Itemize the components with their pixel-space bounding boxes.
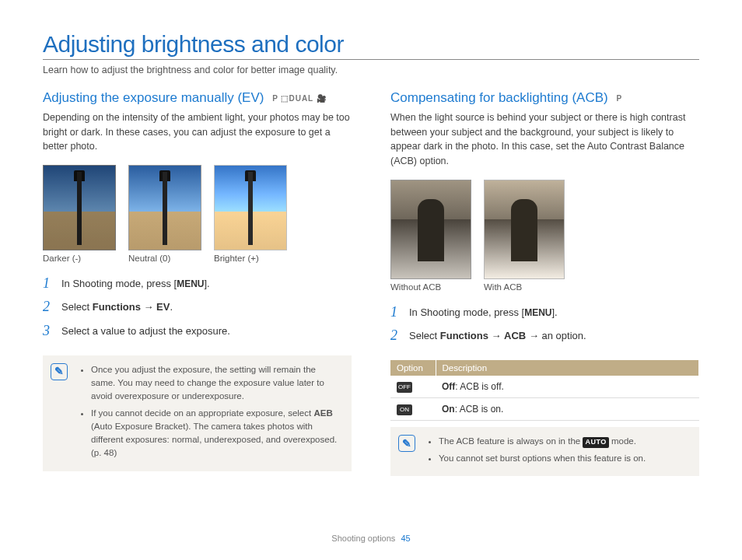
th-option: Option <box>390 360 436 376</box>
on-desc: : ACB is on. <box>455 404 504 415</box>
caption-neutral: Neutral (0) <box>128 254 201 263</box>
step-text: . <box>170 301 173 313</box>
note-text: If you cannot decide on an appropriate e… <box>91 408 313 418</box>
acb-examples-row: Without ACB With ACB <box>390 180 699 292</box>
off-label: Off <box>442 381 455 392</box>
acb-steps: In Shooting mode, press [MENU]. Select F… <box>390 301 699 348</box>
acb-on-icon: ON <box>397 404 412 415</box>
caption-with-acb: With ACB <box>484 282 565 292</box>
menu-button-label: MENU <box>524 307 551 318</box>
exposure-examples-row: Darker (-) Neutral (0) Brighter (+) <box>43 165 352 263</box>
auto-mode-badge: AUTO <box>583 437 608 448</box>
acb-off-icon: OFF <box>397 382 412 393</box>
acb-options-table: Option Description OFF Off: ACB is off. … <box>390 360 699 421</box>
acb-note-2: You cannot set burst options when this f… <box>439 452 688 465</box>
ev-note-1: Once you adjust the exposure, the settin… <box>91 363 341 404</box>
ev-step-3: Select a value to adjust the exposure. <box>43 320 352 343</box>
acb-step-2: Select Functions → ACB → an option. <box>390 324 699 348</box>
ev-note-list: Once you adjust the exposure, the settin… <box>79 363 341 460</box>
acb-label: ACB <box>504 330 526 341</box>
table-row: ON On: ACB is on. <box>390 398 699 421</box>
functions-label: Functions <box>440 330 488 341</box>
note-icon: ✎ <box>51 363 68 380</box>
section-heading-acb-text: Compensating for backlighting (ACB) <box>390 90 608 105</box>
menu-button-label: MENU <box>177 278 204 289</box>
off-desc: : ACB is off. <box>455 381 503 392</box>
thumb-brighter <box>214 165 287 250</box>
mode-icons-acb: P <box>616 93 622 104</box>
ev-note-box: ✎ Once you adjust the exposure, the sett… <box>43 355 352 471</box>
section-heading-ev: Adjusting the exposure manually (EV) P ⬚… <box>43 89 352 107</box>
two-column-layout: Adjusting the exposure manually (EV) P ⬚… <box>43 89 699 476</box>
note-icon: ✎ <box>398 435 415 452</box>
step-text: an option. <box>542 330 586 341</box>
section-body-acb: When the light source is behind your sub… <box>390 110 699 169</box>
opt-icon-cell: ON <box>390 398 436 421</box>
note-text: (Auto Exposure Bracket). The camera take… <box>91 422 337 458</box>
ev-note-2: If you cannot decide on an appropriate e… <box>91 407 341 460</box>
ev-step-1: In Shooting mode, press [MENU]. <box>43 272 352 296</box>
acb-note-1: The ACB feature is always on in the AUTO… <box>439 435 688 448</box>
section-body-ev: Depending on the intensity of the ambien… <box>43 110 352 154</box>
example-darker: Darker (-) <box>43 165 116 263</box>
example-brighter: Brighter (+) <box>214 165 287 263</box>
arrow-icon: → <box>526 330 541 341</box>
acb-step-1: In Shooting mode, press [MENU]. <box>390 301 699 324</box>
section-heading-ev-text: Adjusting the exposure manually (EV) <box>43 90 264 105</box>
thumb-neutral <box>128 165 201 250</box>
acb-note-box: ✎ The ACB feature is always on in the AU… <box>390 427 699 476</box>
opt-desc-cell: Off: ACB is off. <box>436 376 699 398</box>
arrow-icon: → <box>488 330 504 341</box>
ev-step-2: Select Functions → EV. <box>43 296 352 319</box>
note-text: mode. <box>609 436 636 446</box>
footer-page-number: 45 <box>401 534 410 543</box>
mode-icons-ev: P ⬚DUAL 🎥 <box>272 93 327 104</box>
thumb-without-acb <box>390 180 471 279</box>
arrow-icon: → <box>141 301 156 313</box>
caption-brighter: Brighter (+) <box>214 254 287 263</box>
step-text: Select <box>409 330 440 341</box>
page-intro: Learn how to adjust the brightness and c… <box>43 65 699 75</box>
opt-desc-cell: On: ACB is on. <box>436 398 699 421</box>
example-neutral: Neutral (0) <box>128 165 201 263</box>
step-text: ]. <box>552 306 558 318</box>
section-heading-acb: Compensating for backlighting (ACB) P <box>390 89 699 107</box>
step-text: ]. <box>205 278 210 289</box>
page-title: Adjusting brightness and color <box>43 31 699 60</box>
footer-section: Shooting options <box>331 534 395 543</box>
step-text: In Shooting mode, press [ <box>61 278 177 289</box>
acb-note-list: The ACB feature is always on in the AUTO… <box>426 435 688 465</box>
th-description: Description <box>436 360 699 376</box>
page-footer: Shooting options 45 <box>0 534 742 543</box>
right-column: Compensating for backlighting (ACB) P Wh… <box>390 89 699 476</box>
functions-label: Functions <box>93 301 141 313</box>
on-label: On <box>442 404 455 415</box>
step-text: In Shooting mode, press [ <box>409 306 524 318</box>
left-column: Adjusting the exposure manually (EV) P ⬚… <box>43 89 352 476</box>
ev-steps: In Shooting mode, press [MENU]. Select F… <box>43 272 352 343</box>
example-with-acb: With ACB <box>484 180 565 292</box>
ev-label: EV <box>156 301 170 313</box>
table-row: OFF Off: ACB is off. <box>390 376 699 398</box>
opt-icon-cell: OFF <box>390 376 436 398</box>
step-text: Select <box>61 301 93 313</box>
thumb-darker <box>43 165 116 250</box>
caption-darker: Darker (-) <box>43 254 116 263</box>
caption-without-acb: Without ACB <box>390 282 471 292</box>
example-without-acb: Without ACB <box>390 180 471 292</box>
note-text: The ACB feature is always on in the <box>439 436 583 446</box>
aeb-label: AEB <box>313 408 332 418</box>
thumb-with-acb <box>484 180 565 279</box>
